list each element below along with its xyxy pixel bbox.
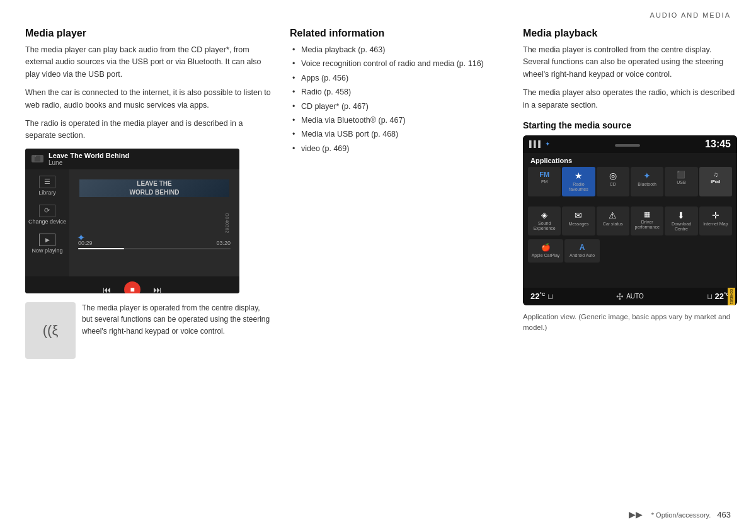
mp-song-title: Leave The World Behind <box>49 152 129 159</box>
cd-icon: ◎ <box>609 171 617 181</box>
mp-time-total: 03:20 <box>216 240 231 246</box>
right-column: Media playback The media player is contr… <box>523 25 737 359</box>
left-para1: The media player can play back audio fro… <box>25 44 271 81</box>
car-app-android-auto[interactable]: A Android Auto <box>564 239 600 262</box>
mp-usb-icon: ⬛ <box>32 155 43 162</box>
car-display-screenshot: ▌▌▌ ✦ 13:45 Applications FM FM ★ Radio f… <box>523 135 737 305</box>
voice-icon: ((ξ <box>43 322 59 339</box>
mp-artist: Lune <box>49 159 129 166</box>
car-app-ipod[interactable]: ♫ iPod <box>699 167 732 196</box>
list-item[interactable]: Media via Bluetooth® (p. 467) <box>290 115 504 127</box>
internet-map-icon: ✛ <box>712 210 719 220</box>
middle-title: Related information <box>290 28 504 39</box>
left-column: Media player The media player can play b… <box>25 25 271 359</box>
car-app-fm[interactable]: FM FM <box>528 167 561 196</box>
left-para3: The radio is operated in the media playe… <box>25 118 271 142</box>
mp-library-label: Library <box>38 190 56 196</box>
mp-prev-button[interactable]: ⏮ <box>103 285 112 293</box>
car-app-carplay[interactable]: 🍎 Apple CarPlay <box>528 239 563 262</box>
mp-play-button[interactable]: ■ <box>124 281 140 293</box>
right-subtitle: Starting the media source <box>523 120 737 130</box>
mp-progress-bar[interactable] <box>78 248 231 249</box>
now-playing-icon: ▶ <box>39 234 55 246</box>
list-item[interactable]: Apps (p. 456) <box>290 72 504 84</box>
right-para1: The media player is controlled from the … <box>523 44 737 81</box>
bluetooth-label: Bluetooth <box>638 182 656 187</box>
right-para2: The media player also operates the radio… <box>523 87 737 111</box>
driver-label: Driver performance <box>632 220 662 230</box>
seat-heat-icon: ⊔ <box>547 292 553 301</box>
radio-fav-label: Radio favourites <box>563 182 593 193</box>
car-apps-first-row: FM FM ★ Radio favourites ◎ CD ✦ Bluetoot… <box>523 167 737 196</box>
section-title: AUDIO AND MEDIA <box>650 11 731 19</box>
section-header: AUDIO AND MEDIA <box>0 0 756 25</box>
mp-change-device[interactable]: ⟳ Change device <box>28 205 66 225</box>
list-item[interactable]: CD player* (p. 467) <box>290 101 504 113</box>
list-item[interactable]: Media playback (p. 463) <box>290 44 504 56</box>
middle-column: Related information Media playback (p. 4… <box>290 25 504 359</box>
fm-label: FM <box>541 179 547 184</box>
bluetooth-app-icon: ✦ <box>643 171 651 181</box>
mp-top-bar: ⬛ Leave The World Behind Lune <box>25 149 239 169</box>
car-app-driver[interactable]: ▦ Driver performance <box>631 207 663 236</box>
mp-album-art: LEAVE THEWORLD BEHIND <box>79 179 229 197</box>
list-item[interactable]: Voice recognition control of radio and m… <box>290 58 504 70</box>
driver-icon: ▦ <box>644 210 650 218</box>
car-app-bluetooth[interactable]: ✦ Bluetooth <box>631 167 663 196</box>
car-auto-label: AUTO <box>626 293 644 300</box>
car-status-bar: ▌▌▌ ✦ 13:45 <box>523 135 737 153</box>
mp-now-playing[interactable]: ▶ Now playing <box>32 234 62 254</box>
car-app-cd[interactable]: ◎ CD <box>597 167 629 196</box>
page-number: 463 <box>717 510 731 519</box>
car-app-radio-fav[interactable]: ★ Radio favourites <box>562 167 595 196</box>
usb-label: USB <box>677 180 685 185</box>
side-caption-area: ((ξ The media player is operated from th… <box>25 302 271 359</box>
car-signal-area: ▌▌▌ ✦ <box>529 140 550 147</box>
list-item[interactable]: Radio (p. 458) <box>290 86 504 98</box>
messages-label: Messages <box>569 222 589 227</box>
messages-icon: ✉ <box>575 210 582 220</box>
related-info-list: Media playback (p. 463) Voice recognitio… <box>290 44 504 155</box>
seat-icon-right: ⊔ <box>707 292 713 301</box>
internet-map-label: Internet Map <box>703 222 728 227</box>
car-app-sound[interactable]: ◈ Sound Experience <box>528 207 561 236</box>
carplay-label: Apple CarPlay <box>532 253 560 258</box>
left-para2: When the car is connected to the interne… <box>25 87 271 111</box>
car-temp-left: 22°C <box>530 291 545 301</box>
mp-code: G040362 <box>224 213 229 233</box>
car-app-download[interactable]: ⬇ Download Centre <box>665 207 697 236</box>
list-item[interactable]: Media via USB port (p. 468) <box>290 128 504 140</box>
android-auto-icon: A <box>580 243 585 252</box>
side-caption-text: The media player is operated from the ce… <box>82 302 271 337</box>
mp-now-playing-label: Now playing <box>32 247 62 254</box>
nav-arrows[interactable]: ▶▶ <box>629 509 643 519</box>
footnote: * Option/accessory. <box>651 511 711 519</box>
list-item[interactable]: video (p. 469) <box>290 143 504 155</box>
sound-label: Sound Experience <box>529 221 559 232</box>
mp-body: ☰ Library ⟳ Change device ▶ Now playing <box>25 169 239 276</box>
mp-time-row: 00:29 03:20 <box>78 240 231 246</box>
cd-label: CD <box>610 182 616 187</box>
car-display-caption: Application view. (Generic image, basic … <box>523 312 737 334</box>
fm-icon: FM <box>539 171 549 178</box>
car-app-usb[interactable]: ⬛ USB <box>665 167 697 196</box>
mp-controls: ⏮ ■ ⏭ <box>25 276 239 293</box>
car-bottom-bar: 22°C ⊔ ✣ AUTO ⊔ 22°C G048191 <box>523 288 737 305</box>
library-icon: ☰ <box>39 176 55 188</box>
mp-library[interactable]: ☰ Library <box>38 176 56 196</box>
car-app-car-status[interactable]: ⚠ Car status <box>597 207 629 236</box>
right-title: Media playback <box>523 28 737 39</box>
radio-fav-icon: ★ <box>575 171 583 181</box>
mp-next-button[interactable]: ⏭ <box>153 285 162 293</box>
mp-bluetooth-icon: ✦ <box>77 232 85 244</box>
signal-bars-icon: ▌▌▌ <box>529 140 542 147</box>
car-status-icon: ⚠ <box>609 210 617 220</box>
car-code: G048191 <box>730 289 733 305</box>
android-auto-label: Android Auto <box>570 253 595 258</box>
content-area: Media player The media player can play b… <box>0 25 756 359</box>
mp-change-device-label: Change device <box>28 218 66 225</box>
media-player-screenshot: ⬛ Leave The World Behind Lune ☰ Library … <box>25 149 239 293</box>
page-footer: * Option/accessory. 463 <box>651 510 731 519</box>
car-app-messages[interactable]: ✉ Messages <box>562 207 595 236</box>
car-app-internet-map[interactable]: ✛ Internet Map <box>699 207 732 236</box>
